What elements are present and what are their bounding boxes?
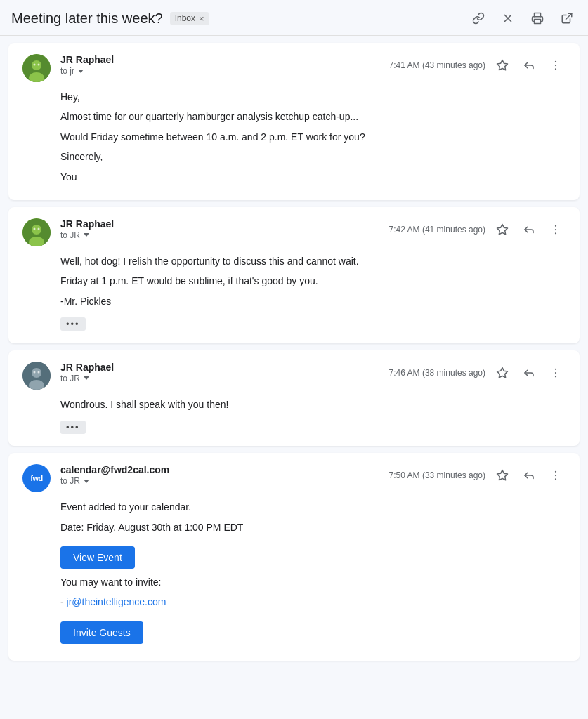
chevron-down-icon[interactable] [84, 376, 89, 380]
star-button[interactable] [492, 363, 512, 383]
sender-to: to jr [60, 66, 379, 76]
email-header: JR Raphael to JR 7:46 AM (38 minutes ago… [22, 362, 566, 390]
sender-name: JR Raphael [60, 362, 379, 373]
sender-info: JR Raphael to jr [60, 54, 379, 76]
invite-guests-button[interactable]: Invite Guests [60, 621, 143, 644]
subject-title: Meeting later this week? [11, 11, 163, 27]
chevron-down-icon[interactable] [84, 233, 89, 237]
email-header: JR Raphael to jr 7:41 AM (43 minutes ago… [22, 54, 566, 82]
svg-point-21 [555, 232, 556, 234]
link-icon-button[interactable] [469, 8, 488, 28]
svg-point-29 [555, 371, 556, 373]
avatar: fwd [22, 464, 51, 492]
more-options-button[interactable] [546, 220, 566, 239]
avatar [22, 54, 51, 82]
avatar-initials: fwd [30, 474, 42, 482]
chevron-down-icon[interactable] [78, 70, 84, 73]
email-meta: 7:42 AM (41 minutes ago) [389, 220, 566, 239]
to-label: to JR [60, 476, 80, 486]
body-text: Well, hot dog! I relish the opportunity … [60, 253, 566, 269]
svg-point-10 [555, 61, 556, 62]
email-body: Event added to your calendar.Date: Frida… [60, 499, 566, 649]
email-body: Well, hot dog! I relish the opportunity … [60, 253, 566, 332]
to-label: to jr [60, 66, 74, 76]
email-time: 7:46 AM (38 minutes ago) [389, 368, 485, 378]
svg-point-34 [555, 478, 556, 480]
svg-point-12 [555, 68, 556, 70]
to-label: to JR [60, 374, 80, 383]
sender-info: JR Raphael to JR [60, 362, 379, 383]
svg-point-20 [555, 229, 556, 230]
body-text: Wondrous. I shall speak with you then! [60, 397, 566, 412]
top-bar: Meeting later this week? Inbox × [0, 0, 588, 36]
close-icon-button[interactable] [498, 8, 518, 28]
chevron-down-icon[interactable] [84, 480, 89, 483]
avatar [22, 218, 51, 246]
emails-container: JR Raphael to jr 7:41 AM (43 minutes ago… [0, 43, 588, 661]
svg-point-26 [38, 371, 40, 373]
avatar [22, 362, 51, 390]
reply-button[interactable] [519, 466, 539, 485]
svg-point-33 [555, 475, 556, 476]
body-text: You [60, 169, 566, 185]
svg-rect-2 [535, 20, 541, 24]
svg-point-14 [32, 225, 41, 235]
sender-name: JR Raphael [60, 54, 379, 65]
top-bar-left: Meeting later this week? Inbox × [11, 11, 209, 27]
sender-to: to JR [60, 230, 379, 240]
sender-name: JR Raphael [60, 218, 379, 230]
email-meta: 7:50 AM (33 minutes ago) [389, 466, 566, 485]
email-card-4: fwd calendar@fwd2cal.com to JR 7:50 AM (… [8, 453, 580, 661]
body-text: -Mr. Pickles [60, 293, 566, 309]
svg-point-11 [555, 65, 556, 66]
more-options-button[interactable] [546, 466, 566, 485]
email-header: JR Raphael to JR 7:42 AM (41 minutes ago… [22, 218, 566, 246]
email-time: 7:42 AM (41 minutes ago) [389, 225, 485, 235]
popout-icon-button[interactable] [557, 8, 577, 28]
svg-marker-9 [497, 60, 508, 70]
email-body: Wondrous. I shall speak with you then!••… [60, 397, 566, 435]
email-card-3: JR Raphael to JR 7:46 AM (38 minutes ago… [8, 350, 580, 447]
star-button[interactable] [492, 220, 512, 239]
body-text: Friday at 1 p.m. ET would be sublime, if… [60, 273, 566, 289]
sender-info: calendar@fwd2cal.com to JR [60, 464, 379, 486]
inbox-badge-close[interactable]: × [199, 13, 204, 24]
body-text: Event added to your calendar. [60, 499, 566, 515]
invite-link-line: - jr@theintelligence.com [60, 594, 566, 609]
top-bar-right [469, 8, 577, 28]
ellipsis-button[interactable]: ••• [60, 317, 86, 331]
to-label: to JR [60, 230, 80, 240]
svg-point-30 [555, 376, 556, 377]
sender-info: JR Raphael to JR [60, 218, 379, 240]
ellipsis-button[interactable]: ••• [60, 421, 86, 434]
body-text: Would Friday sometime between 10 a.m. an… [60, 129, 566, 145]
view-event-button[interactable]: View Event [60, 546, 135, 569]
body-text: Sincerely, [60, 149, 566, 164]
star-button[interactable] [492, 466, 512, 485]
email-header: fwd calendar@fwd2cal.com to JR 7:50 AM (… [22, 464, 566, 492]
sender-to: to JR [60, 374, 379, 383]
email-time: 7:50 AM (33 minutes ago) [389, 470, 485, 480]
svg-point-32 [555, 471, 556, 473]
email-card-1: JR Raphael to jr 7:41 AM (43 minutes ago… [8, 43, 580, 200]
reply-button[interactable] [519, 220, 539, 239]
email-meta: 7:41 AM (43 minutes ago) [389, 55, 566, 75]
svg-point-19 [555, 225, 556, 227]
svg-point-7 [34, 64, 36, 66]
reply-button[interactable] [519, 363, 539, 383]
svg-marker-18 [497, 224, 508, 234]
reply-button[interactable] [519, 55, 539, 75]
inbox-badge: Inbox × [170, 12, 209, 25]
more-options-button[interactable] [546, 55, 566, 75]
invite-link[interactable]: jr@theintelligence.com [67, 596, 166, 607]
svg-point-17 [38, 227, 40, 230]
body-text: You may want to invite: [60, 574, 566, 590]
print-icon-button[interactable] [528, 8, 547, 28]
email-card-2: JR Raphael to JR 7:42 AM (41 minutes ago… [8, 207, 580, 343]
star-button[interactable] [492, 55, 512, 75]
more-options-button[interactable] [546, 363, 566, 383]
inbox-badge-label: Inbox [175, 13, 195, 23]
sender-name: calendar@fwd2cal.com [60, 464, 379, 475]
svg-point-16 [34, 227, 36, 230]
email-time: 7:41 AM (43 minutes ago) [389, 60, 485, 70]
